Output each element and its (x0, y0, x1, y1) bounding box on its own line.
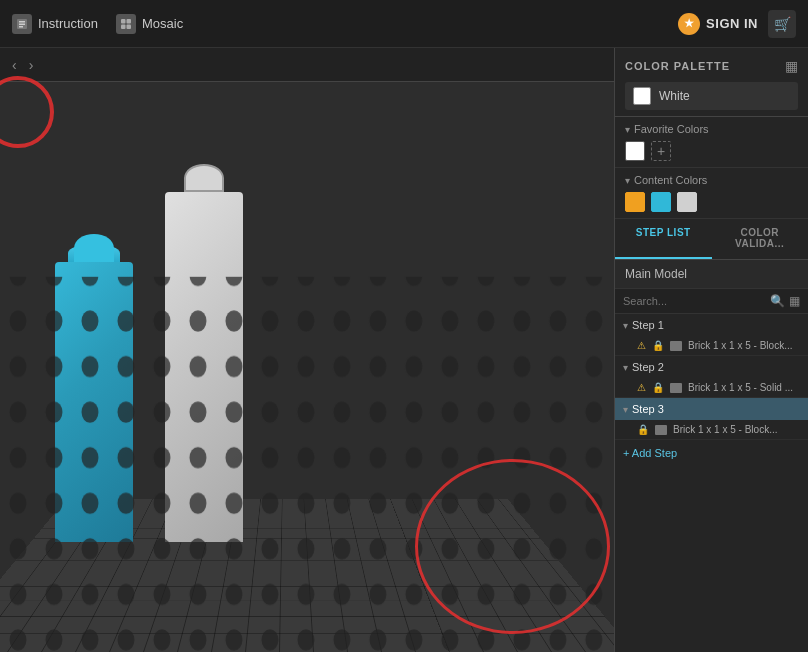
chevron-down-icon-2: ▾ (625, 175, 630, 186)
sign-in-icon: ★ (678, 13, 700, 35)
cart-button[interactable]: 🛒 (768, 10, 796, 38)
step-list-area: Main Model 🔍 ▦ ▾ Step 1 ⚠ 🔒 Brick 1 x 1 … (615, 260, 808, 652)
sign-in-label: SIGN IN (706, 16, 758, 31)
instruction-label: Instruction (38, 16, 98, 31)
svg-rect-2 (19, 23, 25, 25)
search-row: 🔍 ▦ (615, 289, 808, 314)
tabs-row: STEP LIST COLOR VALIDA... (615, 219, 808, 260)
svg-rect-1 (19, 21, 25, 23)
tab-step-list[interactable]: STEP LIST (615, 219, 712, 259)
content-swatch-orange[interactable] (625, 192, 645, 212)
nav-left: Instruction Mosaic (12, 14, 183, 34)
step-1-item-name: Brick 1 x 1 x 5 - Block... (688, 340, 792, 351)
svg-rect-6 (121, 24, 126, 29)
lock-icon-step2: 🔒 (652, 382, 664, 393)
selected-color-name: White (659, 89, 690, 103)
mosaic-icon (116, 14, 136, 34)
favorite-swatch-white[interactable] (625, 141, 645, 161)
canvas-area: ‹ › (0, 48, 614, 652)
mosaic-nav[interactable]: Mosaic (116, 14, 183, 34)
add-step-button[interactable]: + Add Step (615, 440, 808, 466)
instruction-nav[interactable]: Instruction (12, 14, 98, 34)
dots-layer (0, 116, 614, 652)
content-swatch-lightgray[interactable] (677, 192, 697, 212)
warning-icon-step2: ⚠ (637, 382, 646, 393)
white-swatch (633, 87, 651, 105)
add-favorite-swatch-button[interactable]: + (651, 141, 671, 161)
step-3-item-1[interactable]: 🔒 Brick 1 x 1 x 5 - Block... (615, 420, 808, 439)
top-bar: Instruction Mosaic ★ SIGN IN 🛒 (0, 0, 808, 48)
sign-in-button[interactable]: ★ SIGN IN (678, 13, 758, 35)
chevron-step2: ▾ (623, 362, 628, 373)
3d-scene (0, 82, 614, 652)
palette-title: COLOR PALETTE (625, 60, 730, 72)
step-2-label: Step 2 (632, 361, 664, 373)
steps-container: ▾ Step 1 ⚠ 🔒 Brick 1 x 1 x 5 - Block... … (615, 314, 808, 652)
canvas-subbar: ‹ › (0, 48, 614, 82)
chevron-step3: ▾ (623, 404, 628, 415)
step-2-header[interactable]: ▾ Step 2 (615, 356, 808, 378)
chevron-down-icon: ▾ (625, 124, 630, 135)
step-3-label: Step 3 (632, 403, 664, 415)
content-swatch-cyan[interactable] (651, 192, 671, 212)
list-filter-icon[interactable]: ▦ (789, 294, 800, 308)
svg-rect-7 (126, 24, 131, 29)
svg-rect-4 (121, 19, 126, 24)
filter-icon[interactable]: ▦ (785, 58, 798, 74)
brick-icon-step3 (655, 425, 667, 435)
brick-icon-step1 (670, 341, 682, 351)
brick-icon-step2 (670, 383, 682, 393)
search-input[interactable] (623, 295, 766, 307)
step-3-item-name: Brick 1 x 1 x 5 - Block... (673, 424, 777, 435)
step-1-label: Step 1 (632, 319, 664, 331)
chevron-step1: ▾ (623, 320, 628, 331)
add-step-label: + Add Step (623, 447, 677, 459)
favorite-colors-header[interactable]: ▾ Favorite Colors (625, 123, 798, 135)
content-colors-section: ▾ Content Colors (615, 168, 808, 219)
favorite-colors-label: Favorite Colors (634, 123, 709, 135)
color-palette-section: COLOR PALETTE ▦ White (615, 48, 808, 117)
search-icon[interactable]: 🔍 (770, 294, 785, 308)
step-group-1: ▾ Step 1 ⚠ 🔒 Brick 1 x 1 x 5 - Block... (615, 314, 808, 356)
step-2-item-name: Brick 1 x 1 x 5 - Solid ... (688, 382, 793, 393)
palette-title-row: COLOR PALETTE ▦ (625, 58, 798, 74)
instruction-icon (12, 14, 32, 34)
step-group-3: ▾ Step 3 🔒 Brick 1 x 1 x 5 - Block... (615, 398, 808, 440)
lock-icon-step1: 🔒 (652, 340, 664, 351)
step-1-item-1[interactable]: ⚠ 🔒 Brick 1 x 1 x 5 - Block... (615, 336, 808, 355)
content-colors-header[interactable]: ▾ Content Colors (625, 174, 798, 186)
step-group-2: ▾ Step 2 ⚠ 🔒 Brick 1 x 1 x 5 - Solid ... (615, 356, 808, 398)
canvas-next-arrow[interactable]: › (25, 55, 38, 75)
content-colors-label: Content Colors (634, 174, 707, 186)
favorite-colors-section: ▾ Favorite Colors + (615, 117, 808, 168)
step-1-header[interactable]: ▾ Step 1 (615, 314, 808, 336)
warning-icon-step1: ⚠ (637, 340, 646, 351)
selected-color-row[interactable]: White (625, 82, 798, 110)
lock-icon-step3: 🔒 (637, 424, 649, 435)
svg-rect-5 (126, 19, 131, 24)
nav-right: ★ SIGN IN 🛒 (678, 10, 796, 38)
step-3-header[interactable]: ▾ Step 3 (615, 398, 808, 420)
favorite-swatches: + (625, 141, 798, 161)
svg-rect-9 (0, 277, 614, 652)
tab-color-validate[interactable]: COLOR VALIDA... (712, 219, 809, 259)
svg-rect-3 (19, 26, 23, 28)
mosaic-label: Mosaic (142, 16, 183, 31)
step-2-item-1[interactable]: ⚠ 🔒 Brick 1 x 1 x 5 - Solid ... (615, 378, 808, 397)
canvas-prev-arrow[interactable]: ‹ (8, 55, 21, 75)
model-label: Main Model (615, 260, 808, 289)
right-panel: COLOR PALETTE ▦ White ▾ Favorite Colors … (614, 48, 808, 652)
content-swatches (625, 192, 798, 212)
